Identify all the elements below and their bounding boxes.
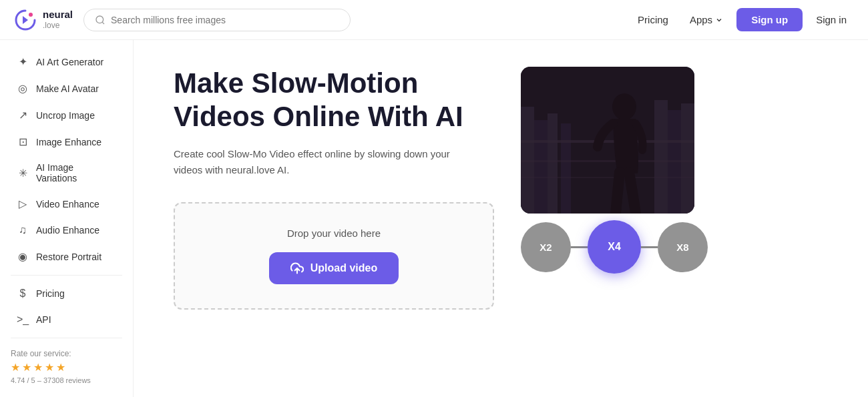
signin-button[interactable]: Sign in [808,10,855,29]
svg-line-2 [102,22,104,24]
sidebar-item-ai-art-generator[interactable]: ✦ AI Art Generator [5,49,128,75]
speed-x2-button[interactable]: X2 [521,222,571,272]
sidebar-rate: Rate our service: ★ ★ ★ ★ ★ 4.74 / 5 – 3… [0,344,133,390]
sidebar-label-ai-image-variations: AI Image Variations [36,162,117,183]
sidebar-item-image-enhance[interactable]: ⊡ Image Enhance [5,129,128,155]
header: neural .love Pricing Apps Sign up Sign i… [0,0,868,40]
sidebar-item-video-enhance[interactable]: ▷ Video Enhance [5,191,128,217]
upload-hint: Drop your video here [188,228,479,239]
star-4: ★ [45,361,54,374]
api-icon: >_ [16,314,29,326]
svg-rect-14 [521,177,694,178]
star-1: ★ [11,361,20,374]
pricing-icon: $ [16,288,29,300]
sidebar-label-make-ai-avatar: Make AI Avatar [36,83,99,94]
svg-point-0 [29,13,33,17]
speed-line-1 [571,246,588,248]
apps-nav-link[interactable]: Apps [682,10,731,29]
upload-icon [290,262,304,275]
sidebar-label-ai-art-generator: AI Art Generator [36,57,103,67]
sidebar-item-ai-image-variations[interactable]: ✳ AI Image Variations [5,155,128,190]
sidebar-label-video-enhance: Video Enhance [36,199,99,210]
signup-button[interactable]: Sign up [736,8,803,31]
svg-rect-9 [654,100,668,214]
page-title: Make Slow-Motion Videos Online With AI [174,67,494,134]
rate-label: Rate our service: [11,349,122,358]
svg-rect-11 [681,103,694,214]
video-preview: X2 X4 X8 [521,67,708,274]
page-description: Create cool Slow-Mo Video effect online … [174,146,454,178]
app-wrapper: neural .love Pricing Apps Sign up Sign i… [0,0,868,397]
sidebar-item-api[interactable]: >_ API [5,307,128,332]
svg-rect-12 [521,140,694,143]
sidebar-divider [11,275,122,276]
logo[interactable]: neural .love [13,8,73,32]
speed-line-2 [641,246,658,248]
svg-rect-6 [534,120,548,214]
content-left: Make Slow-Motion Videos Online With AI C… [174,67,494,310]
ai-art-generator-icon: ✦ [16,55,29,68]
search-icon [95,15,105,25]
video-img-inner [521,67,694,214]
svg-point-15 [612,93,636,120]
upload-area: Drop your video here Upload video [174,202,494,310]
video-enhance-icon: ▷ [16,197,29,210]
logo-text: neural .love [43,9,73,30]
sidebar-label-restore-portrait: Restore Portrait [36,252,101,262]
sidebar-label-api: API [36,314,51,325]
sidebar-item-pricing[interactable]: $ Pricing [5,281,128,306]
svg-point-1 [96,16,103,23]
rating-text: 4.74 / 5 – 37308 reviews [11,376,122,384]
sidebar-divider-2 [11,338,122,338]
svg-rect-13 [521,160,694,162]
make-ai-avatar-icon: ◎ [16,82,29,95]
header-nav: Pricing Apps Sign up Sign in [630,8,855,31]
sidebar-label-audio-enhance: Audio Enhance [36,225,99,236]
speed-selector: X2 X4 X8 [521,220,708,274]
search-input[interactable] [111,15,339,25]
content-right: X2 X4 X8 [521,67,708,274]
sidebar-label-image-enhance: Image Enhance [36,137,101,147]
sidebar-label-uncrop-image: Uncrop Image [36,110,95,121]
sidebar-item-make-ai-avatar[interactable]: ◎ Make AI Avatar [5,75,128,101]
speed-x8-button[interactable]: X8 [658,222,708,272]
sidebar-item-restore-portrait[interactable]: ◉ Restore Portrait [5,244,128,270]
sidebar-label-pricing: Pricing [36,288,65,299]
star-3: ★ [33,361,43,374]
video-bg-svg [521,67,694,214]
audio-enhance-icon: ♫ [16,224,29,236]
sidebar-item-audio-enhance[interactable]: ♫ Audio Enhance [5,218,128,243]
stars: ★ ★ ★ ★ ★ [11,361,122,374]
body-area: ✦ AI Art Generator ◎ Make AI Avatar ↗ Un… [0,40,868,397]
upload-button[interactable]: Upload video [269,252,399,284]
chevron-down-icon [715,16,723,24]
video-image [521,67,694,214]
logo-icon [13,8,37,32]
sidebar: ✦ AI Art Generator ◎ Make AI Avatar ↗ Un… [0,40,134,397]
main-content: Make Slow-Motion Videos Online With AI C… [134,40,868,397]
restore-portrait-icon: ◉ [16,250,29,263]
image-enhance-icon: ⊡ [16,135,29,148]
uncrop-image-icon: ↗ [16,109,29,121]
svg-rect-8 [561,123,571,214]
search-bar[interactable] [83,9,351,31]
star-5: ★ [56,361,65,374]
speed-x4-button[interactable]: X4 [588,220,641,274]
pricing-nav-link[interactable]: Pricing [630,10,676,29]
sidebar-item-uncrop-image[interactable]: ↗ Uncrop Image [5,102,128,128]
ai-image-variations-icon: ✳ [16,167,29,179]
svg-rect-7 [548,113,558,214]
content-layout: Make Slow-Motion Videos Online With AI C… [174,67,828,310]
star-2: ★ [22,361,31,374]
